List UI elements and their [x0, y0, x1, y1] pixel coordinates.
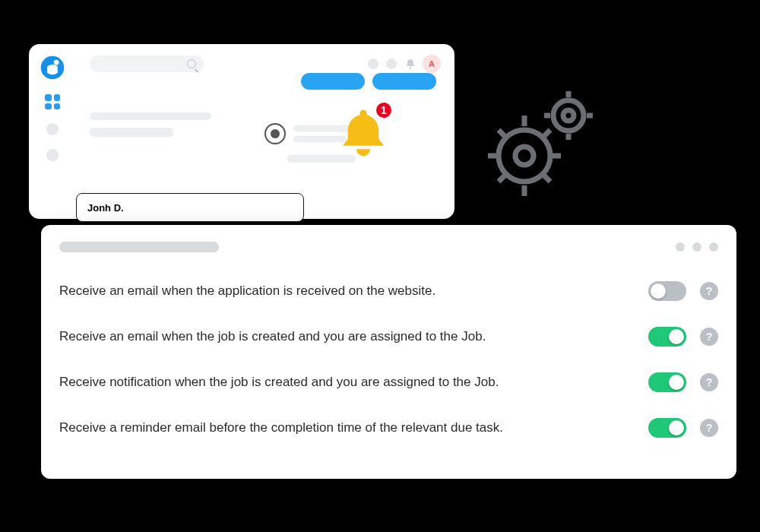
window-controls — [676, 242, 718, 252]
name-input[interactable] — [87, 202, 293, 214]
setting-toggle[interactable] — [648, 327, 686, 347]
window-dot[interactable] — [676, 242, 685, 252]
app-sidebar — [29, 44, 76, 219]
action-pills — [90, 73, 436, 90]
badge-count: 1 — [381, 104, 387, 116]
svg-point-3 — [499, 130, 550, 182]
gear-decoration-icon — [471, 84, 600, 205]
window-dot[interactable] — [709, 242, 718, 252]
nav-item-placeholder[interactable] — [46, 149, 59, 161]
avatar-letter: A — [429, 59, 435, 68]
search-input[interactable] — [90, 55, 204, 72]
help-icon[interactable]: ? — [700, 328, 718, 346]
svg-point-1 — [54, 60, 59, 65]
topbar: A — [90, 55, 441, 73]
notifications-icon[interactable] — [404, 59, 415, 69]
notification-settings-panel: Receive an email when the application is… — [41, 225, 736, 479]
help-icon[interactable]: ? — [700, 419, 718, 437]
svg-point-6 — [563, 110, 574, 121]
setting-row: Receive notification when the job is cre… — [59, 372, 718, 392]
setting-label: Receive notification when the job is cre… — [59, 375, 635, 390]
primary-action-button[interactable] — [301, 73, 365, 90]
setting-label: Receive an email when the job is created… — [59, 329, 635, 344]
setting-toggle[interactable] — [648, 418, 686, 438]
notification-badge: 1 — [374, 100, 394, 120]
svg-point-2 — [410, 67, 412, 69]
setting-toggle[interactable] — [648, 372, 686, 392]
window-dot[interactable] — [692, 242, 701, 252]
search-icon — [187, 59, 196, 68]
panel-header — [59, 242, 718, 252]
panel-title-placeholder — [59, 242, 219, 252]
help-icon[interactable]: ? — [700, 282, 718, 300]
primary-action-button[interactable] — [372, 73, 436, 90]
setting-toggle[interactable] — [648, 281, 686, 301]
setting-row: Receive an email when the job is created… — [59, 327, 718, 347]
app-logo-icon — [40, 55, 65, 81]
setting-label: Receive an email when the application is… — [59, 283, 635, 299]
name-input-wrap — [76, 193, 304, 222]
notification-bell-icon[interactable]: 1 — [336, 106, 388, 152]
setting-row: Receive an email when the application is… — [59, 281, 718, 301]
nav-dashboard-icon[interactable] — [45, 94, 60, 109]
avatar[interactable]: A — [423, 55, 441, 73]
help-icon[interactable]: ? — [700, 373, 718, 391]
nav-item-placeholder[interactable] — [46, 123, 59, 135]
setting-row: Receive a reminder email before the comp… — [59, 418, 718, 438]
topbar-action-placeholder[interactable] — [368, 59, 378, 69]
svg-point-5 — [553, 100, 584, 131]
setting-label: Receive a reminder email before the comp… — [59, 420, 635, 435]
user-avatar-icon — [264, 123, 286, 144]
settings-list: Receive an email when the application is… — [59, 281, 718, 438]
svg-point-4 — [515, 147, 534, 165]
topbar-action-placeholder[interactable] — [386, 59, 397, 69]
